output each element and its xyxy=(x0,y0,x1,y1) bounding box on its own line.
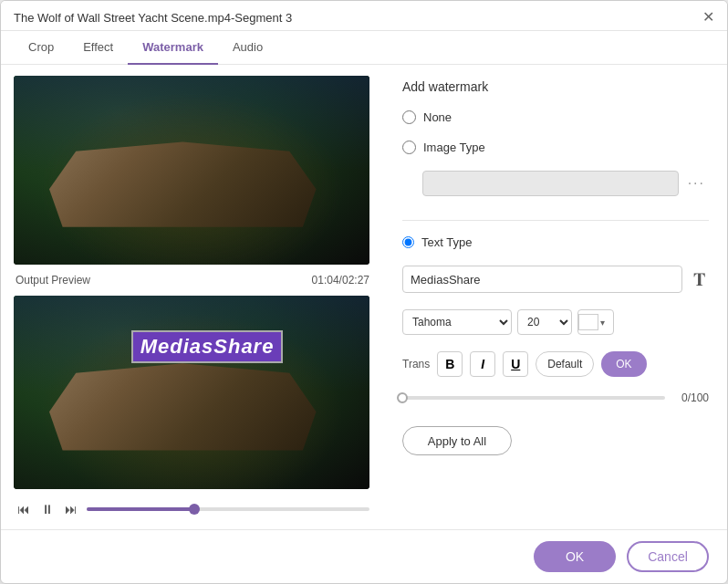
tab-crop[interactable]: Crop xyxy=(14,31,68,65)
font-row: Tahoma Arial Times New Roman 20 14 18 24… xyxy=(402,309,709,335)
image-type-label: Image Type xyxy=(423,141,485,154)
watermark-text-input[interactable] xyxy=(402,266,682,293)
output-preview-bar: Output Preview 01:04/02:27 xyxy=(14,272,371,288)
progress-fill xyxy=(87,507,194,511)
transparency-row: 0/100 xyxy=(402,391,709,404)
more-button[interactable]: ··· xyxy=(684,175,709,192)
progress-thumb[interactable] xyxy=(189,504,200,515)
output-preview-label: Output Preview xyxy=(16,274,90,287)
transparency-slider[interactable] xyxy=(402,396,665,400)
watermark-overlay: MediasShare xyxy=(131,330,284,363)
transparency-value: 0/100 xyxy=(672,391,709,404)
color-picker-button[interactable]: ▾ xyxy=(577,309,614,335)
divider xyxy=(402,220,709,221)
image-file-row: ··· xyxy=(422,171,709,196)
size-select[interactable]: 20 14 18 24 28 32 xyxy=(517,309,572,335)
main-window: The Wolf of Wall Street Yacht Scene.mp4-… xyxy=(0,0,728,584)
text-type-radio[interactable] xyxy=(402,236,414,248)
progress-track[interactable] xyxy=(87,507,369,511)
italic-button[interactable]: I xyxy=(470,351,495,377)
dropdown-arrow-icon: ▾ xyxy=(600,318,605,328)
image-file-input[interactable] xyxy=(422,171,679,196)
none-radio[interactable] xyxy=(402,110,416,124)
tab-watermark[interactable]: Watermark xyxy=(128,31,218,65)
default-button[interactable]: Default xyxy=(536,351,594,377)
tab-effect[interactable]: Effect xyxy=(68,31,128,65)
cancel-button[interactable]: Cancel xyxy=(627,541,709,572)
title-bar: The Wolf of Wall Street Yacht Scene.mp4-… xyxy=(1,1,727,31)
none-radio-row: None xyxy=(402,110,709,124)
none-label: None xyxy=(423,110,452,124)
tab-audio[interactable]: Audio xyxy=(218,31,277,65)
left-panel: Output Preview 01:04/02:27 MediasShare ⏮… xyxy=(1,65,384,529)
transparency-label: Trans xyxy=(402,358,430,370)
bold-button[interactable]: B xyxy=(437,351,463,377)
font-icon-button[interactable]: 𝐓 xyxy=(690,267,709,292)
video-controls: ⏮ ⏸ ⏭ xyxy=(14,496,371,518)
top-video-preview xyxy=(14,76,369,265)
color-swatch xyxy=(578,314,598,330)
font-select[interactable]: Tahoma Arial Times New Roman xyxy=(402,309,512,335)
text-input-row: 𝐓 xyxy=(402,266,709,293)
bottom-video-preview: MediasShare xyxy=(14,296,369,489)
apply-all-button[interactable]: Apply to All xyxy=(402,426,512,455)
ok-button[interactable]: OK xyxy=(534,541,616,572)
window-title: The Wolf of Wall Street Yacht Scene.mp4-… xyxy=(14,11,292,25)
close-button[interactable]: ✕ xyxy=(702,10,714,25)
tab-bar: Crop Effect Watermark Audio xyxy=(1,31,727,65)
underline-button[interactable]: U xyxy=(503,351,528,377)
section-title: Add watermark xyxy=(402,79,709,94)
skip-forward-button[interactable]: ⏭ xyxy=(63,500,79,518)
pause-button[interactable]: ⏸ xyxy=(39,500,56,518)
right-panel: Add watermark None Image Type ··· Text T… xyxy=(384,65,727,529)
bottom-bar: OK Cancel xyxy=(1,529,727,583)
image-type-radio[interactable] xyxy=(402,141,416,154)
timestamp: 01:04/02:27 xyxy=(312,274,369,287)
text-type-header: Text Type xyxy=(402,235,709,249)
skip-back-button[interactable]: ⏮ xyxy=(16,500,32,518)
format-row: Trans B I U Default OK xyxy=(402,351,709,377)
ok-small-button[interactable]: OK xyxy=(601,351,646,377)
slider-thumb[interactable] xyxy=(397,392,408,403)
image-type-radio-row: Image Type xyxy=(402,141,709,154)
text-type-label: Text Type xyxy=(421,235,472,249)
main-content: Output Preview 01:04/02:27 MediasShare ⏮… xyxy=(1,65,727,529)
